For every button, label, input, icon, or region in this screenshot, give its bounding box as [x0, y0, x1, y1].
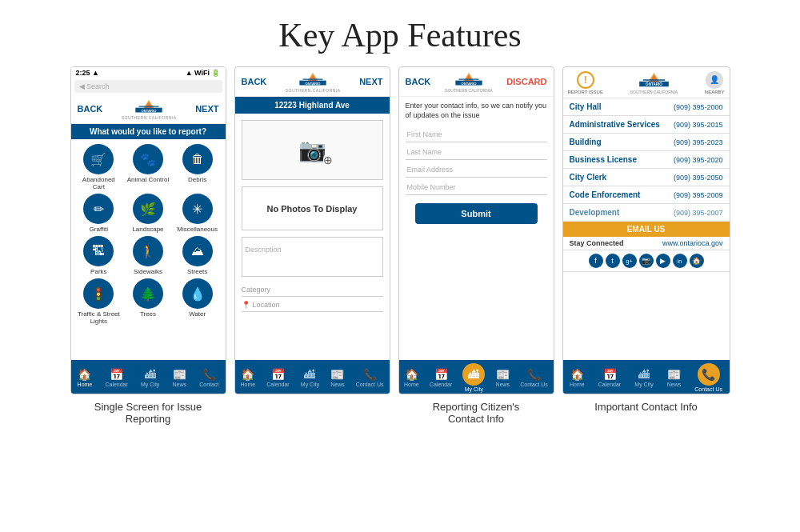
page-title: Key App Features	[0, 0, 800, 66]
parks-label: Parks	[90, 268, 106, 275]
logo-svg-4: ONTARIO	[632, 70, 676, 90]
tab-contact-4[interactable]: 📞 Contact Us	[694, 363, 722, 392]
nearby-button[interactable]: 👤 NEARBY	[705, 71, 725, 94]
linkedin-icon[interactable]: in	[673, 254, 687, 268]
tab-home-label-2: Home	[241, 382, 256, 387]
tab-contact-3[interactable]: 📞 Contact Us	[520, 368, 548, 387]
contact-business-license[interactable]: Business License (909) 395-2020	[563, 151, 730, 169]
tab-home-label-3: Home	[404, 382, 419, 387]
back-button-2[interactable]: BACK	[242, 77, 267, 86]
list-item[interactable]: 🌲 Trees	[125, 278, 171, 325]
website-link[interactable]: www.ontarioca.gov	[662, 239, 723, 247]
tab-mycity-1[interactable]: 🏙 My City	[141, 368, 159, 387]
tab-calendar-3[interactable]: 📅 Calendar	[430, 368, 452, 387]
next-button-2[interactable]: NEXT	[359, 77, 382, 86]
category-row[interactable]: Category	[242, 283, 383, 297]
back-button-1[interactable]: BACK	[78, 104, 103, 114]
list-item[interactable]: 🚦 Traffic & Street Lights	[76, 278, 122, 325]
tab-calendar-2[interactable]: 📅 Calendar	[266, 368, 289, 387]
address-bar: 12223 Highland Ave	[235, 97, 390, 114]
contact-development[interactable]: Development (909) 395-2007	[563, 204, 730, 222]
list-item[interactable]: 🏗 Parks	[76, 236, 122, 275]
tab-news-2[interactable]: 📰 News	[330, 368, 345, 387]
city-clerk-name: City Clerk	[570, 173, 607, 182]
email-field[interactable]: Email Address	[406, 162, 547, 178]
tab-contact-1[interactable]: 📞 Contact	[199, 368, 218, 387]
tab-contact-label-4: Contact Us	[694, 386, 722, 392]
list-item[interactable]: ⛰ Streets	[174, 236, 221, 275]
tab-contact-label-2: Contact Us	[356, 382, 384, 387]
list-item[interactable]: 💧 Water	[174, 278, 221, 325]
code-enforcement-phone: (909) 395-2009	[674, 191, 723, 199]
contact-admin-services[interactable]: Administrative Services (909) 395-2015	[563, 116, 730, 134]
back-button-3[interactable]: BACK	[406, 77, 431, 86]
tab-mycity-2[interactable]: 🏙 My City	[301, 368, 319, 387]
business-license-phone: (909) 395-2020	[674, 156, 723, 164]
list-item[interactable]: ✳ Miscellaneous	[174, 194, 221, 233]
contact-city-hall[interactable]: City Hall (909) 395-2000	[563, 98, 730, 116]
tab-home-1[interactable]: 🏠 Home	[78, 368, 93, 387]
list-item[interactable]: 🌿 Landscape	[125, 194, 171, 233]
traffic-icon: 🚦	[83, 278, 114, 309]
next-button-1[interactable]: NEXT	[195, 104, 218, 114]
submit-button[interactable]: Submit	[415, 203, 538, 224]
twitter-icon[interactable]: t	[606, 254, 620, 268]
photo-upload-area[interactable]: 📷 ⊕	[242, 120, 383, 180]
home-social-icon[interactable]: 🏠	[690, 254, 704, 268]
google-plus-icon[interactable]: g+	[622, 254, 637, 268]
contact-code-enforcement[interactable]: Code Enforcement (909) 395-2009	[563, 186, 730, 204]
facebook-icon[interactable]: f	[589, 254, 603, 268]
youtube-icon[interactable]: ▶	[656, 254, 670, 268]
list-item[interactable]: 🛒 Abandoned Cart	[76, 144, 122, 190]
list-item[interactable]: 🗑 Debris	[174, 144, 221, 190]
code-enforcement-name: Code Enforcement	[570, 190, 641, 199]
mycity-icon-3: 🏙	[468, 368, 479, 381]
contact-active-bg: 📞	[698, 363, 720, 386]
list-item[interactable]: 🚶 Sidewalks	[125, 236, 171, 275]
tab-news-label-2: News	[330, 382, 345, 387]
first-name-field[interactable]: First Name	[406, 127, 547, 142]
tab-news-1[interactable]: 📰 News	[173, 368, 187, 387]
tab-home-4[interactable]: 🏠 Home	[570, 368, 585, 387]
miscellaneous-label: Miscellaneous	[177, 226, 218, 233]
tab-contact-2[interactable]: 📞 Contact Us	[356, 368, 384, 387]
tab-bar-1: 🏠 Home 📅 Calendar 🏙 My City 📰 News 📞	[71, 360, 226, 394]
tab-mycity-label-4: My City	[634, 382, 653, 387]
logo-svg-3: ONTARIO	[449, 70, 489, 88]
svg-text:ONTARIO: ONTARIO	[142, 109, 158, 113]
tab-mycity-4[interactable]: 🏙 My City	[634, 368, 653, 387]
city-clerk-phone: (909) 395-2050	[674, 174, 723, 182]
screen4: ! REPORT ISSUE ONTARIO SOUTHERN CALIFORN…	[562, 66, 730, 394]
tab-news-3[interactable]: 📰 News	[496, 368, 510, 387]
tab-calendar-1[interactable]: 📅 Calendar	[105, 368, 127, 387]
nav-bar-1: BACK ONTARIO SOUTHERN CALIFORNIA NEXT	[71, 94, 226, 124]
tab-calendar-4[interactable]: 📅 Calendar	[598, 368, 621, 387]
tab-news-4[interactable]: 📰 News	[667, 368, 682, 387]
tab-home-3[interactable]: 🏠 Home	[404, 368, 419, 387]
animal-control-label: Animal Control	[127, 176, 169, 183]
instagram-icon[interactable]: 📷	[639, 254, 654, 268]
description-box[interactable]: Description	[242, 237, 383, 277]
list-item[interactable]: ✏ Graffiti	[76, 194, 122, 233]
mobile-field[interactable]: Mobile Number	[406, 180, 547, 195]
last-name-field[interactable]: Last Name	[406, 145, 547, 160]
discard-button[interactable]: DISCARD	[506, 77, 546, 86]
signal-icons-1: ▲ WiFi 🔋	[186, 69, 221, 77]
location-row[interactable]: 📍 Location	[242, 298, 383, 312]
contact-city-clerk[interactable]: City Clerk (909) 395-2050	[563, 169, 730, 186]
report-issue-button[interactable]: ! REPORT ISSUE	[568, 71, 603, 94]
screen1-wrapper: 2:25 ▲ ▲ WiFi 🔋 ◀ Search BACK ONTARIO	[70, 66, 226, 425]
calendar-icon-2: 📅	[271, 368, 285, 381]
screen1: 2:25 ▲ ▲ WiFi 🔋 ◀ Search BACK ONTARIO	[70, 66, 226, 394]
logo-subtitle-1: SOUTHERN CALIFORNIA	[122, 115, 177, 120]
water-label: Water	[189, 310, 206, 318]
email-us-button[interactable]: EMAIL US	[563, 222, 730, 237]
news-icon-4: 📰	[667, 368, 681, 381]
mycity-icon-1: 🏙	[145, 368, 156, 381]
search-bar-1[interactable]: ◀ Search	[74, 80, 222, 93]
list-item[interactable]: 🐾 Animal Control	[125, 144, 171, 190]
home-icon-3: 🏠	[405, 368, 418, 381]
tab-mycity-3[interactable]: 🏙 My City	[462, 363, 485, 392]
tab-home-2[interactable]: 🏠 Home	[241, 368, 256, 387]
contact-building[interactable]: Building (909) 395-2023	[563, 134, 730, 151]
